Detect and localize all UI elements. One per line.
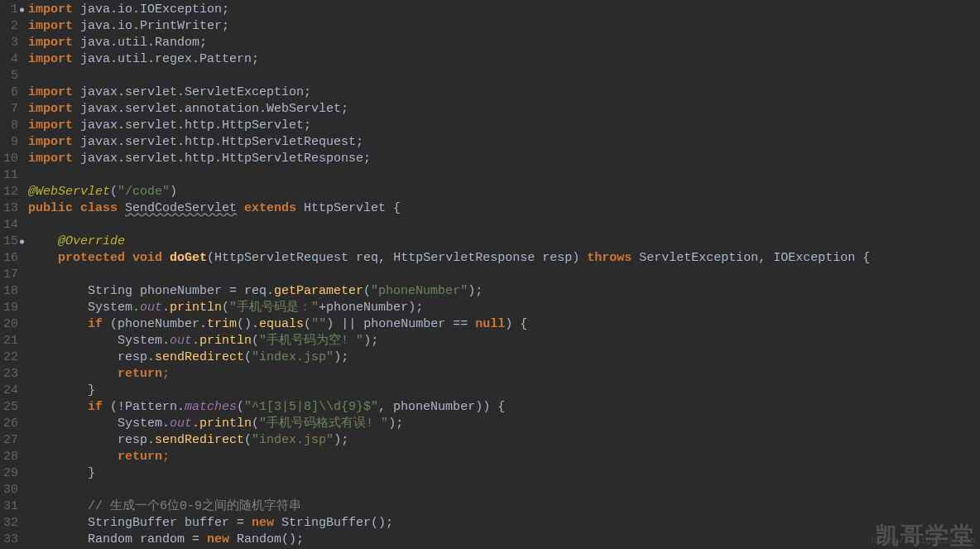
line-number: 10: [0, 151, 18, 167]
line-number: 5: [0, 68, 18, 84]
line-number: 16: [0, 250, 18, 267]
line-number: 6: [0, 84, 18, 101]
line-number: 32: [0, 515, 18, 532]
code-line[interactable]: }: [28, 465, 870, 482]
code-line[interactable]: if (!Pattern.matches("^1[3|5|8]\\d{9}$",…: [28, 399, 870, 416]
code-line[interactable]: public class SendCodeServlet extends Htt…: [28, 200, 870, 217]
line-number: 17: [0, 267, 18, 283]
code-line[interactable]: import java.util.Random;: [28, 35, 870, 51]
code-line[interactable]: @Override: [28, 234, 870, 250]
line-number: 28: [0, 449, 18, 465]
code-area[interactable]: import java.io.IOException;import java.i…: [22, 0, 870, 549]
line-number: 15: [0, 234, 18, 250]
code-line[interactable]: String phoneNumber = req.getParameter("p…: [28, 283, 870, 300]
code-line[interactable]: @WebServlet("/code"): [28, 184, 870, 200]
code-line[interactable]: StringBuffer buffer = new StringBuffer()…: [28, 515, 870, 532]
line-number: 26: [0, 416, 18, 432]
code-line[interactable]: // 生成一个6位0-9之间的随机字符串: [28, 498, 870, 515]
code-line[interactable]: import javax.servlet.http.HttpServletRes…: [28, 151, 870, 167]
code-line[interactable]: System.out.println("手机号码格式有误! ");: [28, 416, 870, 432]
line-number: 33: [0, 532, 18, 548]
code-line[interactable]: [28, 267, 870, 283]
code-line[interactable]: resp.sendRedirect("index.jsp");: [28, 432, 870, 449]
code-line[interactable]: Random random = new Random();: [28, 532, 870, 548]
line-number: 14: [0, 217, 18, 234]
line-number: 21: [0, 333, 18, 349]
line-number: 20: [0, 316, 18, 333]
line-number: 24: [0, 383, 18, 399]
line-number: 22: [0, 349, 18, 366]
code-line[interactable]: import java.util.regex.Pattern;: [28, 51, 870, 68]
code-line[interactable]: import javax.servlet.ServletException;: [28, 84, 870, 101]
code-line[interactable]: resp.sendRedirect("index.jsp");: [28, 349, 870, 366]
line-number: 29: [0, 465, 18, 482]
code-line[interactable]: import javax.servlet.http.HttpServlet;: [28, 118, 870, 134]
line-number: 7: [0, 101, 18, 118]
watermark-url: http://kaige123.com: [872, 532, 975, 549]
line-number: 12: [0, 184, 18, 200]
code-line[interactable]: System.out.println("手机号码是："+phoneNumber)…: [28, 300, 870, 316]
line-number: 27: [0, 432, 18, 449]
code-line[interactable]: import java.io.PrintWriter;: [28, 18, 870, 35]
line-number: 30: [0, 482, 18, 498]
code-line[interactable]: import javax.servlet.http.HttpServletReq…: [28, 134, 870, 151]
line-number: 18: [0, 283, 18, 300]
line-number: 23: [0, 366, 18, 383]
line-number: 2: [0, 18, 18, 35]
line-number: 9: [0, 134, 18, 151]
code-line[interactable]: import javax.servlet.annotation.WebServl…: [28, 101, 870, 118]
line-number: 25: [0, 399, 18, 416]
line-number: 11: [0, 167, 18, 184]
code-line[interactable]: [28, 68, 870, 84]
code-line[interactable]: [28, 217, 870, 234]
code-line[interactable]: System.out.println("手机号码为空! ");: [28, 333, 870, 349]
code-line[interactable]: [28, 482, 870, 498]
code-line[interactable]: }: [28, 383, 870, 399]
code-line[interactable]: protected void doGet(HttpServletRequest …: [28, 250, 870, 267]
line-number: 3: [0, 35, 18, 51]
code-editor[interactable]: 1234567891011121314151617181920212223242…: [0, 0, 980, 549]
line-number: 8: [0, 118, 18, 134]
code-line[interactable]: if (phoneNumber.trim().equals("") || pho…: [28, 316, 870, 333]
code-line[interactable]: return;: [28, 449, 870, 465]
line-number: 19: [0, 300, 18, 316]
line-number: 1: [0, 2, 18, 18]
code-line[interactable]: return;: [28, 366, 870, 383]
line-number: 13: [0, 200, 18, 217]
code-line[interactable]: import java.io.IOException;: [28, 2, 870, 18]
line-number: 31: [0, 498, 18, 515]
code-line[interactable]: [28, 167, 870, 184]
line-number-gutter: 1234567891011121314151617181920212223242…: [0, 0, 22, 549]
line-number: 4: [0, 51, 18, 68]
